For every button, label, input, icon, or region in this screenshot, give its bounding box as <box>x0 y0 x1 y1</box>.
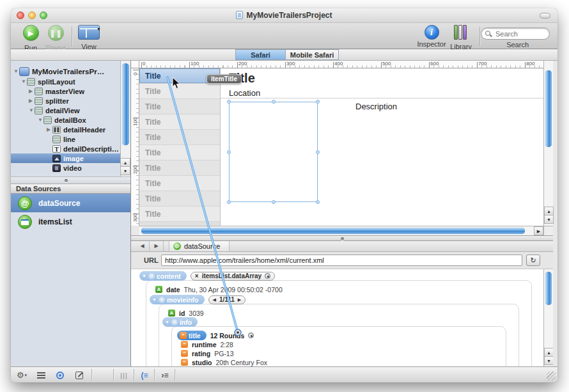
sidebar-pane-splitter[interactable] <box>11 176 130 184</box>
canvas-vscrollbar[interactable]: ▲ ▼ <box>543 61 553 226</box>
detail-location[interactable]: Location <box>229 88 260 98</box>
disclosure-down-icon[interactable]: ▼ <box>29 107 35 113</box>
disclosure-right-icon[interactable]: ▶ <box>29 98 35 104</box>
action-gear-button[interactable]: ⚙▾ <box>13 370 30 380</box>
scroll-up-icon[interactable]: ▲ <box>544 207 554 216</box>
search-field[interactable] <box>481 27 550 40</box>
tab-mobile-safari[interactable]: Mobile Safari <box>286 49 339 60</box>
pause-button[interactable]: ❚❚ Pause <box>38 25 74 52</box>
list-row[interactable]: Title <box>139 145 220 161</box>
movieinfo-node-pill[interactable]: ▼⚙movieinfo <box>150 295 205 304</box>
canvas-hscrollbar[interactable]: ▶ <box>139 226 543 235</box>
at-icon: @ <box>18 196 32 210</box>
content-node-pill[interactable]: ▼⚙content <box>139 271 187 281</box>
record-pager[interactable]: ◀1/111▶ <box>208 295 246 304</box>
info-node-pill[interactable]: ▼⚙info <box>162 317 198 327</box>
panel-vscrollbar[interactable]: ▲ ▼ <box>543 269 553 366</box>
itemslist-item[interactable]: itemsList <box>11 212 130 231</box>
disclosure-right-icon[interactable]: ▶ <box>47 127 52 132</box>
edit-button[interactable] <box>71 370 88 380</box>
drag-handle-icon[interactable]: ||| <box>116 370 132 380</box>
search-input[interactable] <box>495 29 547 38</box>
scroll-down-icon[interactable]: ▼ <box>544 215 554 224</box>
string-icon: “ <box>180 332 187 339</box>
resize-grip[interactable] <box>547 372 556 380</box>
tree-item-project[interactable]: ▼MyMovieTrailersPr… <box>11 66 120 77</box>
title-node-pill[interactable]: “title <box>177 331 207 340</box>
view-button[interactable]: ▼ View <box>70 25 108 51</box>
tree-item-detailheader[interactable]: ▶detailHeader <box>11 125 120 134</box>
back-button[interactable]: ◀ <box>136 241 150 251</box>
tree-item-line[interactable]: line <box>11 134 120 144</box>
sidebar-scroll-thumb[interactable] <box>122 63 129 145</box>
refresh-button[interactable]: ↻ <box>526 255 540 266</box>
list-row[interactable]: Title <box>139 114 220 130</box>
binding-capsule[interactable]: ×itemsList.dataArray <box>191 272 275 281</box>
app-window: MyMovieTrailersProject ▶ Run ❚❚ Pause ▼ … <box>11 8 557 382</box>
remove-binding-icon[interactable]: × <box>195 272 199 279</box>
grid-icon <box>52 126 61 134</box>
target-mode-button[interactable] <box>52 370 68 380</box>
tree-item-splitlayout[interactable]: ▼splitLayout <box>11 77 120 86</box>
tree-item-splitter[interactable]: ▶splitter <box>11 96 120 106</box>
panel-vscroll-thumb[interactable] <box>545 272 552 305</box>
tree-item-detailbox[interactable]: ▼detailBox <box>11 115 120 125</box>
list-row[interactable]: Title <box>139 99 220 114</box>
forward-button[interactable]: ▶ <box>150 241 164 251</box>
inspector-button[interactable]: i Inspector <box>414 25 449 48</box>
stack-inspector-button[interactable]: (≡ <box>136 370 153 380</box>
sidebar-scroll-arrows[interactable]: ▲ ▼ <box>120 158 130 175</box>
binding-target-icon[interactable] <box>248 333 254 338</box>
box-icon <box>35 88 43 95</box>
datasource-item[interactable]: @dataSource <box>11 194 130 212</box>
tab-safari[interactable]: Safari <box>235 49 286 60</box>
status-bar: ⚙▾ ||| (≡ ›≡ <box>11 366 557 382</box>
list-row[interactable]: Title <box>139 191 220 207</box>
pager-prev-icon[interactable]: ◀ <box>213 297 216 302</box>
tree-item-detailview[interactable]: ▼detailView <box>11 106 120 115</box>
disclosure-down-icon[interactable]: ▼ <box>165 320 169 324</box>
tree-item-detaildescription[interactable]: TdetailDescription <box>11 144 120 153</box>
xml-row-id: A id 3039 <box>168 308 204 318</box>
list-view-button[interactable] <box>33 370 49 380</box>
toolbar-toggle-pill[interactable] <box>540 13 550 19</box>
tree-item-masterview[interactable]: ▶masterView <box>11 86 120 96</box>
url-input[interactable] <box>161 255 522 266</box>
library-button[interactable]: Library <box>447 25 475 51</box>
list-row[interactable]: Title <box>139 176 220 191</box>
scroll-up-icon[interactable]: ▲ <box>544 348 553 357</box>
disclosure-down-icon[interactable]: ▼ <box>152 297 157 302</box>
datasource-tab[interactable]: @ dataSource <box>169 241 230 251</box>
canvas-vscroll-thumb[interactable] <box>545 70 552 147</box>
disclosure-down-icon[interactable]: ▼ <box>38 117 43 123</box>
xml-row-date: A date Thu, 30 Apr 2009 00:50:02 -0700 <box>155 285 283 294</box>
xml-row-runtime: “ runtime 2:28 <box>181 340 233 349</box>
disclosure-down-icon[interactable]: ▼ <box>142 274 146 278</box>
viewport-tabstrip: Safari Mobile Safari <box>11 49 557 61</box>
list-icon <box>37 372 45 379</box>
scroll-right-icon[interactable]: ▶ <box>534 226 543 235</box>
navigator-sidebar: ▼MyMovieTrailersPr… ▼splitLayout ▶master… <box>11 61 131 366</box>
disclosure-down-icon[interactable]: ▼ <box>13 68 19 74</box>
tree-item-image[interactable]: image <box>11 153 120 163</box>
canvas-panel-splitter[interactable] <box>131 235 553 241</box>
source-pane-button[interactable]: ›≡ <box>157 370 173 380</box>
attribute-icon: A <box>168 310 175 317</box>
scroll-up-icon[interactable]: ▲ <box>120 158 130 167</box>
scroll-down-icon[interactable]: ▼ <box>120 166 130 175</box>
target-icon <box>56 372 64 379</box>
xml-row-studio: “ studio 20th Century Fox <box>181 357 267 366</box>
binding-target-icon[interactable] <box>265 273 270 279</box>
list-row[interactable]: Title <box>139 130 220 145</box>
pager-next-icon[interactable]: ▶ <box>238 297 241 302</box>
detail-description[interactable]: Description <box>355 102 397 111</box>
disclosure-down-icon[interactable]: ▼ <box>21 79 27 84</box>
canvas-hscroll-thumb[interactable] <box>141 228 525 234</box>
search-label: Search <box>506 41 529 49</box>
tree-item-video[interactable]: video <box>11 163 120 173</box>
scroll-down-icon[interactable]: ▼ <box>544 356 553 365</box>
list-row[interactable]: Title <box>139 161 220 176</box>
disclosure-right-icon[interactable]: ▶ <box>29 88 35 94</box>
list-row[interactable]: Title <box>139 207 220 222</box>
image-placeholder-selected[interactable] <box>229 102 318 202</box>
